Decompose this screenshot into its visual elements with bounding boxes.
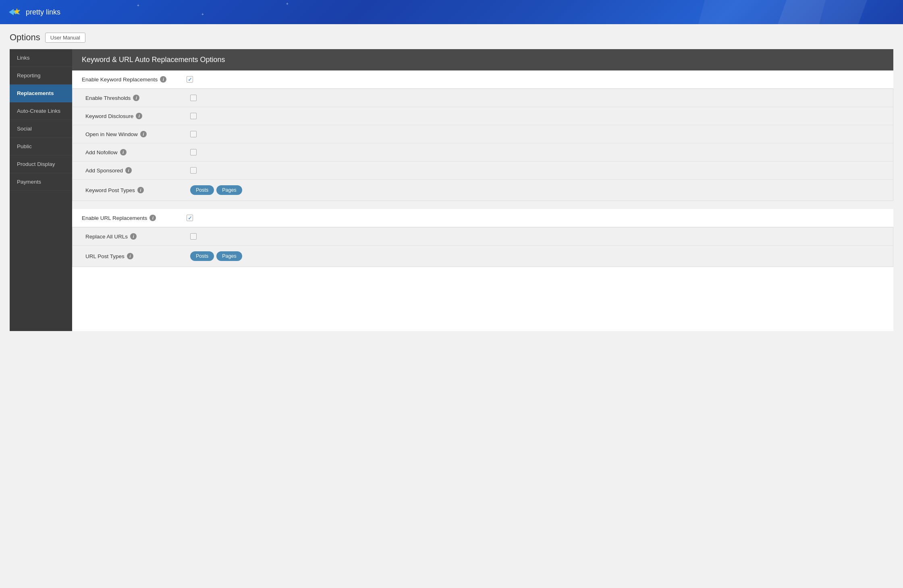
sidebar-item-links[interactable]: Links [10, 49, 72, 67]
enable-keyword-replacements-control [187, 76, 193, 83]
replace-all-urls-row: Replace All URLs i [73, 228, 893, 246]
url-post-types-row: URL Post Types i Posts Pages [73, 246, 893, 267]
section-divider [72, 201, 893, 209]
url-post-types-tag-posts: Posts [190, 251, 214, 261]
keyword-sub-section: Enable Thresholds i Keyword Disclosure i [72, 89, 893, 201]
star-deco-1: + [137, 3, 139, 8]
enable-keyword-replacements-row: Enable Keyword Replacements i [72, 70, 893, 89]
keyword-post-types-control: Posts Pages [190, 185, 245, 195]
enable-url-replacements-checkbox[interactable] [187, 215, 193, 221]
open-new-window-control [190, 131, 197, 137]
page-title: Options [10, 32, 40, 43]
sidebar-item-product-display[interactable]: Product Display [10, 155, 72, 173]
content-wrapper: Links Reporting Replacements Auto-Create… [10, 49, 893, 331]
url-post-types-info-icon[interactable]: i [127, 253, 133, 259]
enable-url-replacements-control [187, 215, 193, 221]
add-sponsored-control [190, 167, 197, 174]
replace-all-urls-label: Replace All URLs i [85, 233, 190, 240]
enable-url-replacements-label: Enable URL Replacements i [82, 215, 187, 221]
main-panel: Keyword & URL Auto Replacements Options … [72, 49, 893, 331]
add-sponsored-row: Add Sponsored i [73, 161, 893, 180]
enable-thresholds-label: Enable Thresholds i [85, 95, 190, 101]
logo: pretty links [8, 5, 60, 19]
add-nofollow-checkbox[interactable] [190, 149, 197, 155]
app-header: pretty links + + + [0, 0, 903, 24]
replace-all-urls-checkbox[interactable] [190, 233, 197, 240]
add-nofollow-label: Add Nofollow i [85, 149, 190, 155]
keyword-post-types-info-icon[interactable]: i [137, 187, 144, 193]
add-sponsored-label: Add Sponsored i [85, 167, 190, 174]
logo-text: pretty links [26, 8, 60, 17]
keyword-post-types-label: Keyword Post Types i [85, 187, 190, 193]
keyword-disclosure-label: Keyword Disclosure i [85, 113, 190, 119]
section-header: Keyword & URL Auto Replacements Options [72, 49, 893, 70]
sidebar-item-social[interactable]: Social [10, 120, 72, 138]
add-nofollow-control [190, 149, 197, 155]
enable-url-replacements-info-icon[interactable]: i [149, 215, 156, 221]
open-new-window-checkbox[interactable] [190, 131, 197, 137]
url-sub-section: Replace All URLs i URL Post Types i Post… [72, 227, 893, 267]
keyword-disclosure-checkbox[interactable] [190, 113, 197, 119]
keyword-disclosure-control [190, 113, 197, 119]
enable-thresholds-control [190, 95, 197, 101]
keyword-post-types-tag-pages: Pages [216, 185, 242, 195]
add-nofollow-row: Add Nofollow i [73, 143, 893, 161]
keyword-disclosure-row: Keyword Disclosure i [73, 107, 893, 125]
svg-marker-0 [9, 9, 20, 15]
open-new-window-row: Open in New Window i [73, 125, 893, 143]
open-new-window-label: Open in New Window i [85, 131, 190, 137]
replace-all-urls-info-icon[interactable]: i [130, 233, 137, 240]
url-post-types-control: Posts Pages [190, 251, 245, 261]
url-post-types-tag-pages: Pages [216, 251, 242, 261]
add-sponsored-info-icon[interactable]: i [125, 167, 132, 174]
enable-url-replacements-row: Enable URL Replacements i [72, 209, 893, 227]
star-deco-2: + [286, 2, 289, 6]
sidebar-item-reporting[interactable]: Reporting [10, 67, 72, 85]
url-post-types-label: URL Post Types i [85, 253, 190, 259]
enable-thresholds-checkbox[interactable] [190, 95, 197, 101]
enable-keyword-replacements-label: Enable Keyword Replacements i [82, 76, 187, 83]
sidebar-item-auto-create[interactable]: Auto-Create Links [10, 102, 72, 120]
logo-icon [8, 5, 23, 19]
keyword-post-types-tag-posts: Posts [190, 185, 214, 195]
add-nofollow-info-icon[interactable]: i [120, 149, 127, 155]
sidebar-item-public[interactable]: Public [10, 138, 72, 155]
sidebar: Links Reporting Replacements Auto-Create… [10, 49, 72, 331]
add-sponsored-checkbox[interactable] [190, 167, 197, 174]
user-manual-button[interactable]: User Manual [45, 33, 85, 43]
star-deco-3: + [201, 12, 204, 17]
keyword-disclosure-info-icon[interactable]: i [136, 113, 142, 119]
open-new-window-info-icon[interactable]: i [140, 131, 147, 137]
enable-keyword-replacements-info-icon[interactable]: i [160, 76, 166, 83]
sidebar-item-payments[interactable]: Payments [10, 173, 72, 191]
enable-thresholds-info-icon[interactable]: i [133, 95, 139, 101]
enable-thresholds-row: Enable Thresholds i [73, 89, 893, 107]
page-container: Options User Manual Links Reporting Repl… [0, 24, 903, 339]
enable-keyword-replacements-checkbox[interactable] [187, 76, 193, 83]
page-header: Options User Manual [10, 32, 893, 43]
sidebar-item-replacements[interactable]: Replacements [10, 85, 72, 102]
replace-all-urls-control [190, 233, 197, 240]
keyword-post-types-row: Keyword Post Types i Posts Pages [73, 180, 893, 201]
